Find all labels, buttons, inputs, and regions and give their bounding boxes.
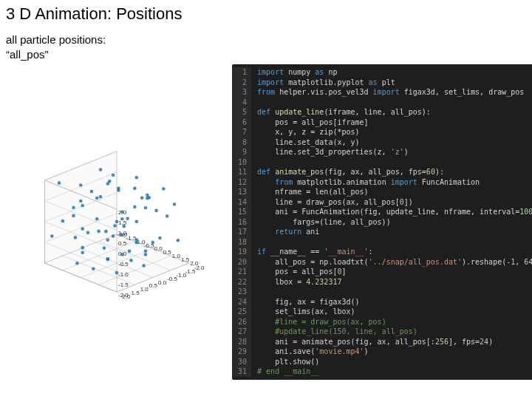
line-number: 13 (238, 187, 247, 197)
scatter-point (177, 239, 180, 242)
scatter-point (104, 230, 108, 233)
scatter-point (50, 234, 54, 238)
code-line: all_pos = np.loadtxt('../snap/all_pos.da… (257, 257, 532, 267)
y-tick: 1.5 (131, 290, 140, 296)
line-number: 4 (238, 98, 247, 108)
line-number: 15 (238, 207, 247, 217)
line-number: 2 (238, 78, 247, 88)
code-line: return ani (257, 227, 532, 237)
code-line (257, 98, 532, 108)
scatter-point (117, 188, 120, 192)
scatter-point (144, 249, 148, 253)
code-line: if __name__ == '__main__': (257, 247, 532, 257)
y-tick: 0.0 (158, 279, 167, 286)
line-number: 3 (238, 87, 247, 98)
scatter-point (106, 258, 110, 262)
y-tick: 1.0 (140, 286, 149, 293)
line-number: 18 (238, 237, 247, 248)
scatter-point (106, 182, 110, 185)
code-line: ani = FuncAnimation(fig, update_line, nf… (257, 207, 532, 217)
scatter-point (58, 181, 61, 185)
line-number: 26 (238, 317, 247, 327)
scatter-point (158, 236, 162, 240)
y-tick: -1.5 (185, 268, 196, 275)
x-tick: 0.0 (154, 245, 163, 252)
scatter-point (120, 210, 124, 214)
z-tick: -1.5 (118, 282, 129, 288)
line-number: 6 (238, 117, 247, 128)
y-tick: -0.5 (167, 276, 177, 282)
line-number: 8 (238, 137, 247, 148)
scatter-point (120, 217, 124, 221)
scatter-point (61, 219, 65, 223)
scatter3d-plot: -2.0-2.0-2.0-1.5-1.5-1.5-1.0-1.0-1.0-0.5… (3, 63, 228, 332)
line-number: 24 (238, 297, 247, 307)
code-line: import numpy as np (257, 67, 532, 78)
code-line: from matplotlib.animation import FuncAni… (257, 177, 532, 188)
scatter-point (120, 253, 124, 256)
code-panel: 1234567891011121314151617181920212223242… (228, 63, 532, 380)
line-number: 23 (238, 287, 247, 297)
code-line: def update_line(iframe, line, all_pos): (257, 107, 532, 117)
code-line: plt.show() (257, 357, 532, 367)
scatter-point (162, 187, 166, 191)
code-line: #line = draw_pos(ax, pos) (257, 317, 532, 327)
x-tick: 0.5 (163, 249, 172, 256)
scatter-point (133, 187, 137, 191)
scatter-point (148, 196, 151, 200)
line-number: 25 (238, 307, 247, 317)
line-number: 17 (238, 227, 247, 237)
content-row: -2.0-2.0-2.0-1.5-1.5-1.5-1.0-1.0-1.0-0.5… (0, 63, 532, 380)
scatter-point (106, 238, 110, 242)
line-number: 9 (238, 147, 247, 157)
scatter-point (112, 174, 115, 177)
subtitle-line2: “all_pos” (6, 47, 526, 62)
scatter-point (90, 190, 94, 194)
scatter-point (97, 230, 100, 233)
code-line: ani = animate_pos(fig, ax, all_pos[:256]… (257, 337, 532, 347)
line-number: 20 (238, 257, 247, 267)
scatter-point (113, 224, 117, 228)
code-line: pos = all_pos[iframe] (257, 117, 532, 128)
code-line: lbox = 4.232317 (257, 277, 532, 287)
line-number: 16 (238, 217, 247, 228)
y-tick: -1.0 (176, 272, 186, 279)
y-tick: 2.0 (122, 293, 131, 300)
scatter3d-svg: -2.0-2.0-2.0-1.5-1.5-1.5-1.0-1.0-1.0-0.5… (6, 107, 228, 329)
scatter-point (122, 225, 126, 228)
z-tick: 0.5 (118, 240, 127, 247)
scatter-point (144, 206, 148, 210)
code-line: fargs=(line, all_pos)) (257, 217, 532, 228)
code-line (257, 237, 532, 248)
scatter-point (81, 251, 84, 255)
code-line: line.set_data(x, y) (257, 137, 532, 148)
x-tick: 1.5 (181, 256, 190, 263)
scatter-point (103, 246, 106, 250)
line-number: 31 (238, 366, 247, 377)
code-gutter: 1234567891011121314151617181920212223242… (232, 67, 251, 377)
line-number: 30 (238, 357, 247, 367)
code-line: import matplotlib.pyplot as plt (257, 78, 532, 88)
scatter-point (86, 231, 90, 235)
scatter-point (72, 214, 75, 218)
scatter-point (173, 202, 177, 206)
scatter-point (95, 197, 99, 200)
page-title: 3 D Animation: Positions (0, 0, 532, 27)
line-number: 22 (238, 277, 247, 287)
line-number: 19 (238, 247, 247, 257)
scatter-point (95, 217, 99, 221)
scatter-point (79, 200, 83, 203)
scatter-point (142, 264, 146, 267)
line-number: 21 (238, 267, 247, 277)
scatter-point (144, 253, 148, 256)
scatter-point (134, 220, 138, 224)
line-number: 27 (238, 327, 247, 337)
code-line: nframe = len(all_pos) (257, 187, 532, 197)
scatter-point (72, 206, 75, 210)
code-line: #update_line(150, line, all_pos) (257, 327, 532, 337)
scatter-point (112, 234, 115, 238)
line-number: 5 (238, 107, 247, 117)
code-line: from helper.vis.pos_vel3d import figax3d… (257, 87, 532, 98)
line-number: 29 (238, 347, 247, 357)
y-tick: 0.5 (149, 282, 158, 289)
